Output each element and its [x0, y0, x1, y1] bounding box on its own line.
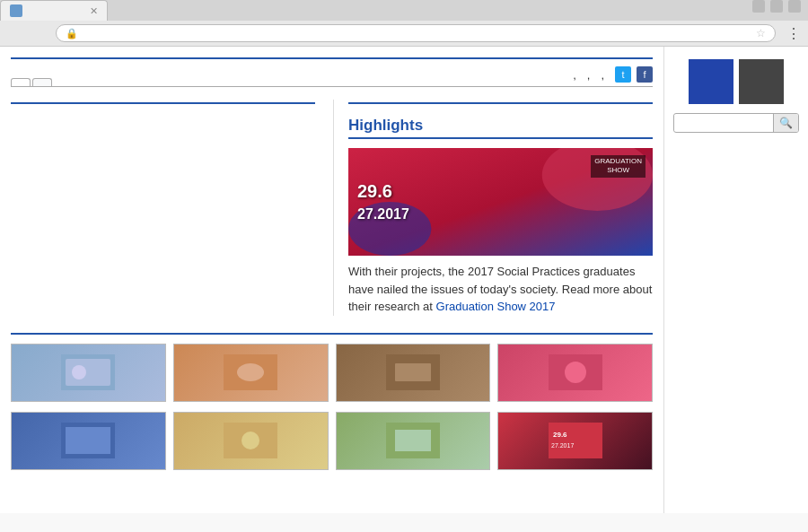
- svg-point-11: [565, 362, 586, 383]
- highlights-title: Highlights: [348, 117, 653, 139]
- sidebar: 🔍: [664, 47, 808, 513]
- file-thumb-4[interactable]: [497, 344, 653, 402]
- sidebar-item-show-all-sections[interactable]: [673, 230, 799, 231]
- page-title: [11, 54, 653, 59]
- svg-point-15: [242, 432, 259, 449]
- bookmark-icon[interactable]: ☆: [756, 27, 766, 39]
- tab-main-page[interactable]: [11, 78, 31, 86]
- file-item-1: [11, 344, 166, 405]
- file-thumb-3[interactable]: [336, 344, 491, 402]
- browser-tab[interactable]: ✕: [0, 0, 108, 21]
- lists-section: [673, 240, 799, 242]
- svg-rect-9: [395, 363, 431, 381]
- editorials-section-title: [348, 100, 653, 104]
- sep3: ,: [601, 68, 604, 82]
- forward-btn[interactable]: [23, 31, 32, 35]
- file-thumb-6[interactable]: [173, 412, 329, 470]
- file-thumb-2[interactable]: [173, 344, 329, 402]
- svg-rect-13: [66, 427, 110, 454]
- highlight-description: With their projects, the 2017 Social Pra…: [348, 263, 653, 316]
- highlights-section: Highlights GRADUATIONSHOW 29.627.2017 Wi…: [348, 117, 653, 316]
- lock-icon: 🔒: [66, 28, 78, 39]
- search-button[interactable]: 🔍: [773, 114, 798, 132]
- twitter-share-icon[interactable]: t: [615, 66, 631, 83]
- file-item-7: [336, 412, 491, 473]
- svg-rect-18: [549, 423, 602, 458]
- file-item-6: [173, 412, 329, 473]
- file-item-3: [336, 344, 491, 405]
- highlight-image[interactable]: GRADUATIONSHOW 29.627.2017: [348, 148, 653, 256]
- file-thumb-5[interactable]: [11, 412, 166, 470]
- svg-rect-17: [395, 430, 431, 451]
- reload-btn[interactable]: [40, 31, 48, 35]
- sep2: ,: [587, 68, 591, 82]
- highlight-date-text: 29.627.2017: [357, 180, 409, 223]
- back-btn[interactable]: [7, 31, 16, 35]
- svg-point-7: [237, 363, 264, 381]
- svg-text:27.2017: 27.2017: [551, 442, 574, 449]
- file-item-8: 29.6 27.2017: [497, 412, 653, 473]
- tab-talk[interactable]: [32, 78, 52, 86]
- top-bar: [11, 47, 653, 54]
- search-box: 🔍: [673, 113, 799, 133]
- search-input[interactable]: [674, 115, 773, 131]
- file-item-2: [173, 344, 329, 405]
- sidebar-item-editorial-tutorial[interactable]: [673, 163, 799, 165]
- file-thumb-8[interactable]: 29.6 27.2017: [497, 412, 653, 470]
- close-btn[interactable]: [788, 0, 801, 13]
- svg-text:29.6: 29.6: [553, 431, 567, 439]
- file-item-4: [497, 344, 653, 405]
- file-item-5: [11, 412, 166, 473]
- svg-point-5: [72, 365, 86, 379]
- sidebar-item-categories[interactable]: [673, 240, 799, 242]
- bs-logo2[interactable]: [739, 59, 784, 104]
- maximize-btn[interactable]: [770, 0, 783, 13]
- wdka-logo[interactable]: [689, 59, 733, 104]
- facebook-share-icon[interactable]: f: [637, 66, 653, 83]
- graduation-badge: GRADUATIONSHOW: [591, 155, 646, 178]
- sep1: ,: [573, 68, 576, 82]
- sections-section: [673, 222, 799, 231]
- sidebar-item-random[interactable]: [673, 149, 799, 151]
- about-section-title: [11, 100, 315, 104]
- bs-help-section: [673, 160, 799, 165]
- file-thumb-7[interactable]: [336, 412, 491, 470]
- recent-activity-section: [673, 174, 799, 178]
- browser-menu-btn[interactable]: ⋮: [786, 25, 801, 42]
- sidebar-item-show-all-topics[interactable]: [673, 212, 799, 214]
- sidebar-item-special-pages[interactable]: [673, 194, 799, 196]
- tab-favicon: [10, 4, 22, 17]
- bs-logos: [673, 59, 799, 104]
- recent-files-title: [11, 330, 653, 335]
- files-grid: 29.6 27.2017: [11, 344, 653, 473]
- topics-section: [673, 205, 799, 214]
- graduation-show-link[interactable]: Graduation Show 2017: [436, 300, 556, 313]
- minimize-btn[interactable]: [752, 0, 765, 13]
- sidebar-item-recent-files[interactable]: [673, 176, 799, 178]
- tab-close-btn[interactable]: ✕: [90, 5, 98, 17]
- tools-section: [673, 187, 799, 196]
- file-thumb-1[interactable]: [11, 344, 166, 402]
- pages-section: [673, 144, 799, 151]
